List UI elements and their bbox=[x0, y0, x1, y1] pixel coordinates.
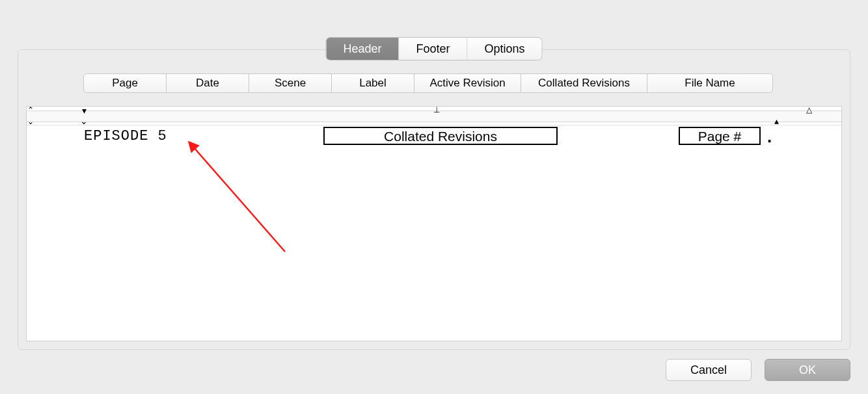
panel: Page Date Scene Label Active Revision Co… bbox=[18, 49, 850, 350]
header-editor[interactable]: 234567 ⌃ ⌄ ⌄ ▾ ⊥ ▴ △ EPISODE 5 Collated … bbox=[26, 106, 842, 341]
tab-header[interactable]: Header bbox=[326, 38, 399, 60]
ok-button[interactable]: OK bbox=[765, 359, 850, 381]
fields-bar: Page Date Scene Label Active Revision Co… bbox=[83, 73, 773, 93]
field-label-button[interactable]: Label bbox=[331, 73, 414, 93]
field-page-button[interactable]: Page bbox=[83, 73, 167, 93]
tab-options[interactable]: Options bbox=[468, 38, 542, 60]
field-scene-button[interactable]: Scene bbox=[249, 73, 332, 93]
header-episode-text[interactable]: EPISODE 5 bbox=[84, 128, 167, 144]
tabs: Header Footer Options bbox=[326, 38, 541, 60]
field-active-revision-button[interactable]: Active Revision bbox=[414, 73, 521, 93]
field-collated-revisions-button[interactable]: Collated Revisions bbox=[521, 73, 647, 93]
dialog-buttons: Cancel OK bbox=[666, 359, 850, 381]
field-date-button[interactable]: Date bbox=[166, 73, 249, 93]
field-file-name-button[interactable]: File Name bbox=[647, 73, 773, 93]
ruler[interactable]: 234567 ⌃ ⌄ ⌄ ▾ ⊥ ▴ △ bbox=[27, 107, 841, 125]
tab-footer[interactable]: Footer bbox=[399, 38, 467, 60]
header-page-number-placeholder[interactable]: Page # bbox=[679, 127, 761, 145]
header-trailing-dot: . bbox=[767, 127, 772, 147]
header-footer-dialog: Header Footer Options Page Date Scene La… bbox=[18, 29, 850, 391]
cancel-button[interactable]: Cancel bbox=[666, 359, 752, 381]
header-content-row[interactable]: EPISODE 5 Collated Revisions Page # . bbox=[27, 127, 841, 150]
header-collated-revisions-placeholder[interactable]: Collated Revisions bbox=[323, 127, 558, 145]
